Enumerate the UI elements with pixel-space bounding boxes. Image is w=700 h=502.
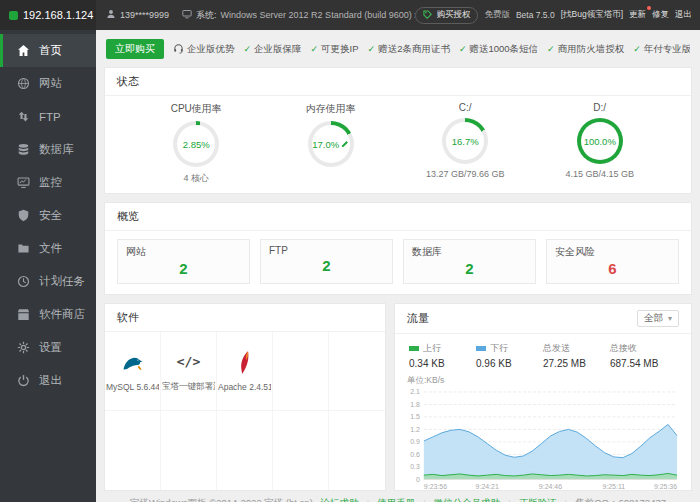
sidebar-item-logout[interactable]: 退出 xyxy=(0,364,96,397)
traffic-chart: 00.30.60.91.21.51.82.19:23:569:24:219:24… xyxy=(403,387,683,492)
check-icon: ✓ xyxy=(633,44,641,54)
gauge-memory: 内存使用率 17.0% xyxy=(264,102,399,185)
sidebar-item-site[interactable]: 网站 xyxy=(0,67,96,100)
promo-features: 企业版优势✓企业版保障✓可更换IP✓赠送2条商用证书✓赠送1000条短信✓商用防… xyxy=(173,43,690,56)
sidebar-item-appstore[interactable]: 软件商店 xyxy=(0,298,96,331)
overview-value: 6 xyxy=(555,260,670,277)
promo-feature[interactable]: ✓可更换IP xyxy=(311,43,359,56)
promo-feature[interactable]: ✓赠送2条商用证书 xyxy=(368,43,450,56)
topbar-logout-link[interactable]: 退出 xyxy=(675,9,692,21)
sidebar-item-home[interactable]: 首页 xyxy=(0,34,96,67)
footer-link[interactable]: 使用手册 xyxy=(377,497,415,502)
status-card: 状态 CPU使用率 2.85% 4 核心 内存使用率 17.0% C:/ 16.… xyxy=(104,67,692,194)
promo-feature[interactable]: ✓年付专业版服务器 xyxy=(633,43,690,56)
overview-ftp[interactable]: FTP 2 xyxy=(260,239,393,284)
sidebar-item-settings[interactable]: 设置 xyxy=(0,331,96,364)
gauge-ring: 17.0% xyxy=(308,121,354,167)
repair-link[interactable]: 修复 xyxy=(652,9,669,21)
bug-bounty-link[interactable]: [找Bug领宝塔币] xyxy=(561,9,623,21)
sidebar-item-label: 安全 xyxy=(39,208,62,223)
check-icon: ✓ xyxy=(311,44,319,54)
svg-text:1.2: 1.2 xyxy=(410,426,420,433)
legend-color-swatch xyxy=(476,346,486,351)
svg-text:9:25:36: 9:25:36 xyxy=(654,483,677,490)
account-phone[interactable]: 139****9999 xyxy=(106,9,169,21)
system-info: 系统: Windows Server 2012 R2 Standard (bui… xyxy=(182,9,415,22)
svg-text:9:24:46: 9:24:46 xyxy=(539,483,562,490)
gauge-label: C:/ xyxy=(398,102,533,113)
svg-text:9:25:11: 9:25:11 xyxy=(602,483,625,490)
overview-card: 概览 网站 2 FTP 2 数据库 2 安全风险 6 xyxy=(104,202,692,295)
svg-text:1.5: 1.5 xyxy=(410,413,420,420)
version-tier: 免费版 xyxy=(484,9,510,21)
monitor-icon xyxy=(17,176,30,189)
check-icon: ✓ xyxy=(368,44,376,54)
footer-link[interactable]: 论坛求助 xyxy=(321,497,359,502)
legend-color-swatch xyxy=(409,346,419,351)
promo-bar: 立即购买 企业版优势✓企业版保障✓可更换IP✓赠送2条商用证书✓赠送1000条短… xyxy=(106,39,690,59)
traffic-card: 流量 全部 ▾ 上行 0.34 KB 下行 0.96 KB 总发送 27.25 … xyxy=(394,303,692,491)
sidebar-item-label: 软件商店 xyxy=(39,307,85,322)
overview-database[interactable]: 数据库 2 xyxy=(403,239,536,284)
promo-feature[interactable]: ✓企业版保障 xyxy=(244,43,302,56)
overview-value: 2 xyxy=(269,257,384,274)
traffic-filter-select[interactable]: 全部 ▾ xyxy=(637,310,679,327)
sidebar-item-monitor[interactable]: 监控 xyxy=(0,166,96,199)
footer-copyright: 宝塔Windows面板 ©2014-2022 宝塔 (bt.cn) xyxy=(130,497,313,502)
buy-now-button[interactable]: 立即购买 xyxy=(106,39,164,59)
check-icon: ✓ xyxy=(459,44,467,54)
software-item[interactable]: MySQL 5.6.44▶ xyxy=(105,332,161,411)
sidebar-item-label: 首页 xyxy=(39,43,62,58)
software-empty-cell xyxy=(329,332,385,411)
overview-risk[interactable]: 安全风险 6 xyxy=(546,239,679,284)
database-icon xyxy=(17,143,30,156)
overview-title: 概览 xyxy=(117,209,139,224)
sidebar-item-ftp[interactable]: FTP xyxy=(0,100,96,133)
svg-text:9:23:56: 9:23:56 xyxy=(424,483,447,490)
license-badge[interactable]: 购买授权 xyxy=(415,7,478,24)
gauge-label: CPU使用率 xyxy=(129,102,264,116)
topbar-actions: 购买授权 免费版 Beta 7.5.0 [找Bug领宝塔币] 更新 修复 退出 xyxy=(415,7,700,24)
software-empty-cell xyxy=(273,332,329,411)
sidebar-item-database[interactable]: 数据库 xyxy=(0,133,96,166)
topbar: 192.168.1.124 139****9999 系统: Windows Se… xyxy=(0,0,700,30)
update-link[interactable]: 更新 xyxy=(629,9,646,21)
sidebar-item-files[interactable]: 文件 xyxy=(0,232,96,265)
software-grid: MySQL 5.6.44▶ </> 宝塔一键部署源码 2.0▶ Apache 2… xyxy=(105,332,385,490)
bottom-row: 软件 MySQL 5.6.44▶ </> 宝塔一键部署源码 2.0▶ Apach… xyxy=(104,303,692,491)
check-icon: ✓ xyxy=(244,44,252,54)
gauge-sub: 4.15 GB/4.15 GB xyxy=(533,169,668,180)
sidebar-item-security[interactable]: 安全 xyxy=(0,199,96,232)
software-item[interactable]: </> 宝塔一键部署源码 2.0▶ xyxy=(161,332,217,411)
sidebar-item-label: FTP xyxy=(39,111,61,123)
overview-value: 2 xyxy=(126,260,241,277)
sidebar-item-label: 设置 xyxy=(39,340,62,355)
system-version-text: Windows Server 2012 R2 Standard (build 9… xyxy=(221,10,416,20)
apache-icon xyxy=(238,351,251,375)
footer-link[interactable]: 微信公众号求助 xyxy=(434,497,501,502)
version-text: Beta 7.5.0 xyxy=(516,10,555,20)
gauge-disk-c: C:/ 16.7% 13.27 GB/79.66 GB xyxy=(398,102,533,185)
svg-text:0.3: 0.3 xyxy=(410,463,420,470)
gauge-label: 内存使用率 xyxy=(264,102,399,116)
sidebar: 首页 网站 FTP 数据库 监控 安全 文件 计划任务 软件商店 设置 退出 xyxy=(0,30,96,502)
server-ip-text: 192.168.1.124 xyxy=(23,9,93,21)
sidebar-item-label: 退出 xyxy=(39,373,62,388)
promo-feature[interactable]: 企业版优势 xyxy=(173,43,235,56)
sidebar-item-cron[interactable]: 计划任务 xyxy=(0,265,96,298)
software-item[interactable]: Apache 2.4.51▶ xyxy=(217,332,273,411)
traffic-chart-area: 00.30.60.91.21.51.82.19:23:569:24:219:24… xyxy=(395,387,691,495)
promo-feature[interactable]: ✓赠送1000条短信 xyxy=(459,43,538,56)
gauge-value: 16.7% xyxy=(452,136,479,147)
edit-icon[interactable] xyxy=(341,139,349,150)
legend-up: 上行 0.34 KB xyxy=(409,342,476,369)
promo-feature[interactable]: ✓商用防火墙授权 xyxy=(547,43,624,56)
overview-site[interactable]: 网站 2 xyxy=(117,239,250,284)
footer-qq: 售前QQ：608172437 xyxy=(575,497,666,502)
footer-link[interactable]: 正版验证 xyxy=(519,497,557,502)
status-gauges: CPU使用率 2.85% 4 核心 内存使用率 17.0% C:/ 16.7% … xyxy=(105,96,691,193)
headset-icon xyxy=(173,43,184,56)
sidebar-item-label: 计划任务 xyxy=(39,274,85,289)
monitor-icon xyxy=(182,9,192,21)
software-empty-cell xyxy=(273,411,329,490)
